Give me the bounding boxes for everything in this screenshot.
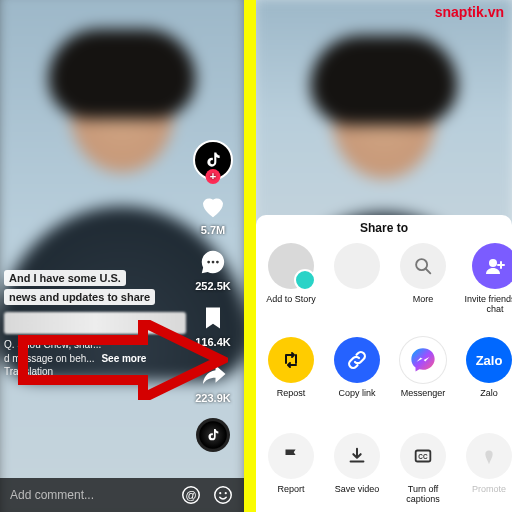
captions-toggle-button[interactable]: CC Turn off captions [394,433,452,505]
save-button[interactable]: 116.4K [195,302,230,348]
comment-icon [197,246,229,278]
share-button[interactable]: 223.9K [195,358,230,404]
svg-text:CC: CC [418,453,428,460]
share-contacts-row: Add to Story More Invite friends to chat [262,243,512,315]
see-more-link[interactable]: See more [101,353,146,364]
svg-text:@: @ [185,489,196,501]
cell-label: Add to Story [266,295,316,305]
cell-label: Invite friends to chat [460,295,512,315]
story-avatar-icon [268,243,314,289]
cell-label: Messenger [401,389,446,399]
sound-disc[interactable] [196,418,230,452]
sheet-title: Share to [256,221,512,235]
like-count: 5.7M [201,224,225,236]
contact-button[interactable] [328,243,386,315]
cell-label: Zalo [480,389,498,399]
video-caption: And I have some U.S. news and updates to… [4,270,186,379]
comment-input[interactable]: Add comment... [10,488,170,502]
svg-point-10 [489,259,497,267]
contact-avatar-icon [334,243,380,289]
tiktok-feed-pane: + 5.7M 252.5K 116.4K 223.9K [0,0,244,512]
translation-link[interactable]: Translation [4,366,53,377]
svg-point-7 [225,492,227,494]
share-arrow-icon [197,358,229,390]
pane-divider [244,0,256,512]
flag-icon [268,433,314,479]
zalo-button[interactable]: Zalo Zalo [460,337,512,399]
promote-button[interactable]: Promote [460,433,512,505]
meta-text: d message on beh... [4,353,95,364]
comment-button[interactable]: 252.5K [195,246,230,292]
download-icon [334,433,380,479]
search-icon [400,243,446,289]
save-count: 116.4K [195,336,230,348]
follow-plus-icon[interactable]: + [206,169,221,184]
caption-line: And I have some U.S. [4,270,126,286]
svg-point-2 [216,261,219,264]
creator-avatar[interactable]: + [193,140,233,180]
report-button[interactable]: Report [262,433,320,505]
action-rail: + 5.7M 252.5K 116.4K 223.9K [188,140,238,452]
bookmark-icon [197,302,229,334]
cell-label: Save video [335,485,380,495]
tiktok-icon [205,427,221,443]
svg-point-0 [207,261,210,264]
mention-icon[interactable]: @ [180,484,202,506]
zalo-icon: Zalo [466,337,512,383]
messenger-button[interactable]: Messenger [394,337,452,399]
cell-label: Turn off captions [394,485,452,505]
copy-link-button[interactable]: Copy link [328,337,386,399]
like-button[interactable]: 5.7M [197,190,229,236]
cell-label: More [413,295,434,305]
link-icon [334,337,380,383]
add-to-story-button[interactable]: Add to Story [262,243,320,315]
emoji-icon[interactable] [212,484,234,506]
tiktok-icon [203,150,223,170]
share-sheet-pane: Share to Add to Story More Invite friend… [256,0,512,512]
meta-text: Q. Shou Chew, shar... [4,339,101,350]
repost-button[interactable]: Repost [262,337,320,399]
captions-icon: CC [400,433,446,479]
svg-line-9 [426,269,431,274]
comment-bar: Add comment... @ [0,478,244,512]
caption-line: news and updates to share [4,289,155,305]
share-actions-row: Report Save video CC Turn off captions P… [262,433,512,505]
invite-friends-button[interactable]: Invite friends to chat [460,243,512,315]
share-sheet: Share to Add to Story More Invite friend… [256,215,512,512]
invite-icon [472,243,512,289]
promote-icon [466,433,512,479]
cell-label: Copy link [338,389,375,399]
cell-label: Repost [277,389,306,399]
cell-label: Promote [472,485,506,495]
share-count: 223.9K [195,392,230,404]
more-contacts-button[interactable]: More [394,243,452,315]
svg-point-5 [215,487,232,504]
svg-point-1 [212,261,215,264]
repost-icon [268,337,314,383]
comment-count: 252.5K [195,280,230,292]
cell-label: Report [277,485,304,495]
save-video-button[interactable]: Save video [328,433,386,505]
share-apps-row: Repost Copy link Messenger Zalo Zalo Fac [262,337,512,399]
progress-bar[interactable] [4,312,186,334]
messenger-icon [400,337,446,383]
watermark-text: snaptik.vn [435,4,504,20]
svg-point-6 [219,492,221,494]
heart-icon [197,190,229,222]
